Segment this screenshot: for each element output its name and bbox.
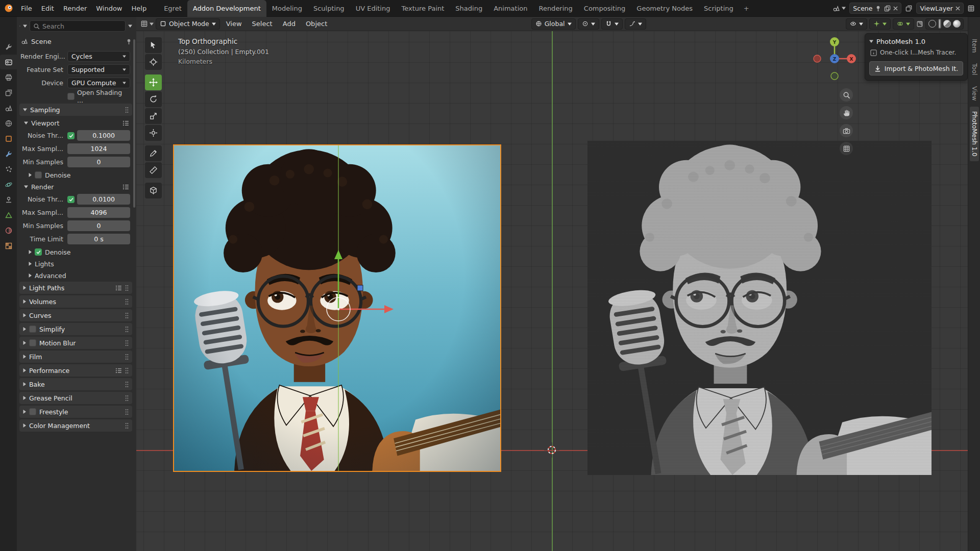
zoom-button[interactable] <box>840 88 853 102</box>
search-input[interactable] <box>42 22 122 30</box>
max-samples-value[interactable]: 1024 <box>67 143 130 154</box>
tab-world-properties[interactable] <box>0 116 17 131</box>
preset-menu-icon[interactable] <box>122 184 129 190</box>
menu-file[interactable]: File <box>16 0 37 17</box>
tab-addon-development[interactable]: Addon Development <box>187 0 266 17</box>
tab-texture-paint[interactable]: Texture Paint <box>396 0 450 17</box>
viewport-menu-view[interactable]: View <box>222 17 246 31</box>
sidebar-tab-photomesh[interactable]: PhotoMesh 1.0 <box>970 107 979 161</box>
grip-icon[interactable] <box>125 340 129 346</box>
freestyle-checkbox[interactable] <box>29 408 36 415</box>
noise-threshold-value[interactable]: 0.0100 <box>77 194 130 205</box>
grip-icon[interactable] <box>125 367 129 374</box>
section-motion-blur[interactable]: Motion Blur <box>19 337 132 349</box>
grip-icon[interactable] <box>125 395 129 402</box>
sidebar-tab-tool[interactable]: Tool <box>970 59 979 80</box>
feature-set-dropdown[interactable]: Supported <box>67 64 130 75</box>
close-icon[interactable] <box>955 6 960 11</box>
motion-blur-checkbox[interactable] <box>29 339 36 346</box>
cursor-tool[interactable] <box>145 54 162 70</box>
subsection-viewport[interactable]: Viewport <box>19 117 132 129</box>
properties-search[interactable] <box>30 20 126 32</box>
tab-modifier-properties[interactable] <box>0 146 17 161</box>
tab-particle-properties[interactable] <box>0 162 17 177</box>
tab-viewlayer-properties[interactable] <box>0 85 17 100</box>
select-box-tool[interactable] <box>145 37 162 53</box>
tab-compositing[interactable]: Compositing <box>578 0 631 17</box>
preset-menu-icon[interactable] <box>115 368 122 373</box>
viewport-canvas[interactable]: Top Orthographic (250) Collection | Empt… <box>136 31 968 551</box>
section-performance[interactable]: Performance <box>19 364 132 377</box>
advanced-row[interactable]: Advanced <box>19 270 132 281</box>
tab-texture-properties[interactable] <box>0 238 17 253</box>
viewport-denoise-row[interactable]: Denoise <box>19 169 132 181</box>
grip-icon[interactable] <box>125 298 129 305</box>
section-volumes[interactable]: Volumes <box>19 295 132 308</box>
grip-icon[interactable] <box>125 107 129 113</box>
traced-mesh-object[interactable] <box>587 141 932 475</box>
shading-material-button[interactable] <box>943 20 951 28</box>
transform-tool[interactable] <box>145 125 162 141</box>
menu-help[interactable]: Help <box>127 0 152 17</box>
add-workspace-button[interactable]: + <box>739 0 754 17</box>
filter-chevron-icon[interactable] <box>128 24 132 28</box>
open-shading-checkbox[interactable] <box>67 93 75 100</box>
tab-uv-editing[interactable]: UV Editing <box>350 0 396 17</box>
editor-type-icon[interactable] <box>967 5 975 12</box>
denoise-checkbox[interactable] <box>35 248 42 256</box>
photomesh-panel-header[interactable]: PhotoMesh 1.0 <box>865 36 967 47</box>
menu-window[interactable]: Window <box>91 0 127 17</box>
properties-scrollbar[interactable] <box>133 39 135 208</box>
section-freestyle[interactable]: Freestyle <box>19 406 132 418</box>
sidebar-tab-view[interactable]: View <box>970 82 979 105</box>
gizmos-dropdown[interactable] <box>869 18 891 30</box>
pin-icon[interactable] <box>875 5 881 12</box>
tab-scene-properties[interactable] <box>0 101 17 115</box>
pan-button[interactable] <box>840 106 853 119</box>
properties-editor-icon[interactable] <box>19 22 20 30</box>
overlays-dropdown[interactable] <box>893 18 914 30</box>
device-dropdown[interactable]: GPU Compute <box>67 78 130 88</box>
noise-threshold-value[interactable]: 0.1000 <box>77 130 130 141</box>
sidebar-tab-item[interactable]: Item <box>970 34 979 57</box>
section-grease-pencil[interactable]: Grease Pencil <box>19 392 132 404</box>
preset-menu-icon[interactable] <box>115 285 122 291</box>
section-sampling[interactable]: Sampling <box>19 104 132 116</box>
pin-icon[interactable] <box>126 38 132 45</box>
shading-wireframe-button[interactable] <box>928 20 936 28</box>
tab-material-properties[interactable] <box>0 223 17 238</box>
section-simplify[interactable]: Simplify <box>19 323 132 335</box>
denoise-row[interactable]: Denoise <box>19 246 132 258</box>
camera-view-button[interactable] <box>840 124 853 137</box>
tab-shading[interactable]: Shading <box>450 0 488 17</box>
new-scene-icon[interactable] <box>884 5 891 12</box>
grip-icon[interactable] <box>125 422 129 429</box>
menu-render[interactable]: Render <box>59 0 91 17</box>
visibility-dropdown[interactable] <box>846 18 867 30</box>
blender-logo-icon[interactable] <box>4 4 13 13</box>
snap-dropdown[interactable] <box>601 18 623 30</box>
tab-geometry-nodes[interactable]: Geometry Nodes <box>631 0 698 17</box>
section-color-management[interactable]: Color Management <box>19 419 132 432</box>
min-samples-value[interactable]: 0 <box>67 157 130 167</box>
render-engine-dropdown[interactable]: Cycles <box>67 51 130 62</box>
noise-threshold-checkbox[interactable] <box>67 196 75 203</box>
simplify-checkbox[interactable] <box>29 325 36 333</box>
tab-scripting[interactable]: Scripting <box>698 0 739 17</box>
close-icon[interactable] <box>893 6 898 11</box>
mode-dropdown[interactable]: Object Mode <box>156 18 220 30</box>
tab-render-properties[interactable] <box>0 55 17 69</box>
navigation-gizmo[interactable]: Y X Z <box>811 35 858 82</box>
annotate-tool[interactable] <box>145 145 162 161</box>
viewport-menu-select[interactable]: Select <box>248 17 277 31</box>
section-curves[interactable]: Curves <box>19 309 132 321</box>
viewport-menu-add[interactable]: Add <box>279 17 300 31</box>
reference-image-object[interactable] <box>173 144 501 472</box>
xray-toggle[interactable] <box>916 20 923 28</box>
grip-icon[interactable] <box>125 285 129 291</box>
lights-row[interactable]: Lights <box>19 258 132 269</box>
subsection-render[interactable]: Render <box>19 181 132 192</box>
ortho-toggle-button[interactable] <box>840 142 853 155</box>
grip-icon[interactable] <box>125 409 129 415</box>
tab-sculpting[interactable]: Sculpting <box>308 0 350 17</box>
